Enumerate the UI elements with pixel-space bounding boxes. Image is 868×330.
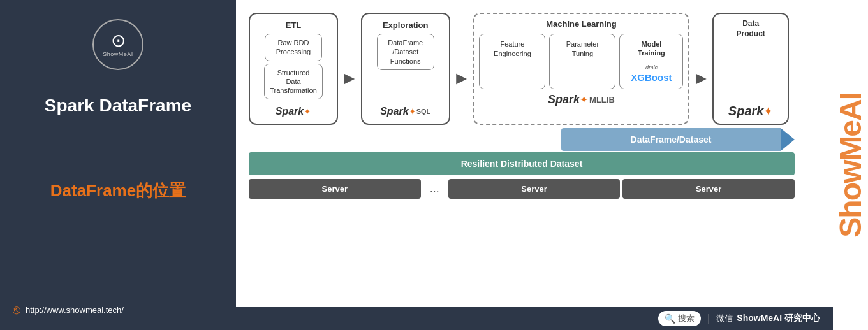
pipeline-row: ETL Raw RDDProcessing StructuredDataTran… — [249, 13, 830, 128]
exploration-spark-logo: Spark ✦ SQL — [380, 102, 430, 117]
etl-spark-name: Spark — [276, 106, 304, 117]
etl-spark-logo: Spark ✦ — [276, 102, 311, 117]
arrow-2-shape: ► — [453, 68, 471, 89]
arrow-1-shape: ► — [341, 68, 358, 89]
ml-spark-star: ✦ — [580, 94, 588, 106]
dataframe-layer-text: DataFrame/Dataset — [631, 134, 712, 145]
server-3: Server — [622, 179, 795, 199]
sidebar-title: Spark DataFrame — [45, 96, 191, 116]
wechat-label: 微信 — [716, 313, 733, 324]
ml-feature-box: FeatureEngineering — [479, 34, 545, 89]
website-icon: ⎋ — [13, 303, 20, 317]
ml-spark-row: Spark ✦ MLLIB — [479, 93, 683, 106]
search-label: 搜索 — [678, 313, 695, 324]
watermark-text: ShowMeAI — [833, 93, 868, 238]
logo: ⊙ ShowMeAI — [92, 19, 143, 70]
watermark: ShowMeAI — [833, 0, 868, 330]
etl-title: ETL — [286, 20, 302, 30]
bottom-layers: DataFrame/Dataset Resilient Distributed … — [249, 128, 830, 199]
arrow-3: ► — [689, 32, 712, 125]
dataframe-arrow — [781, 128, 795, 151]
rdd-layer-text: Resilient Distributed Dataset — [461, 159, 583, 169]
search-bar: 🔍 搜索 — [658, 311, 701, 326]
exploration-spark-name: Spark — [380, 106, 408, 117]
logo-label: ShowMeAI — [103, 51, 133, 57]
server-2: Server — [448, 179, 621, 199]
brand-text: ShowMeAI 研究中心 — [737, 313, 820, 324]
ml-param-box: ParameterTuning — [549, 34, 615, 89]
server-row: Server ... Server Server — [249, 179, 795, 199]
ml-stage: Machine Learning FeatureEngineering Para… — [473, 13, 689, 125]
data-product-spark-star: ✦ — [763, 104, 773, 118]
exploration-box-1: DataFrame/DatasetFunctions — [377, 34, 434, 70]
exploration-stage: Exploration DataFrame/DatasetFunctions S… — [361, 13, 450, 125]
main-content: ShowMeAI ETL Raw RDDProcessing Structure… — [236, 0, 868, 330]
etl-stage: ETL Raw RDDProcessing StructuredDataTran… — [249, 13, 338, 125]
divider: | — [707, 313, 710, 324]
arrow-2: ► — [450, 32, 473, 125]
data-product-spark-logo: Spark ✦ — [728, 100, 774, 118]
exploration-spark-sub: SQL — [416, 108, 431, 115]
website-row: ⎋ http://www.showmeai.tech/ — [13, 303, 124, 317]
server-dots: ... — [423, 179, 446, 199]
arrow-1: ► — [338, 32, 361, 125]
model-training-box: ModelTraining dmlc XGBoost — [619, 34, 683, 89]
website-link[interactable]: http://www.showmeai.tech/ — [26, 305, 124, 315]
data-product-stage: DataProduct Spark ✦ — [712, 13, 789, 125]
etl-box-1: Raw RDDProcessing — [265, 34, 322, 61]
xgboost-name: XGBoost — [631, 72, 672, 83]
etl-box-2: StructuredDataTransformation — [264, 64, 323, 100]
logo-icon: ⊙ — [111, 32, 126, 50]
dataframe-layer-row: DataFrame/Dataset — [561, 128, 795, 151]
search-icon: 🔍 — [665, 313, 675, 324]
dataframe-layer: DataFrame/Dataset — [561, 128, 781, 151]
ml-spark-name: Spark — [548, 93, 580, 106]
data-product-spark-name: Spark — [728, 104, 764, 118]
data-product-title: DataProduct — [736, 19, 765, 39]
ml-spark-sub: MLLIB — [589, 95, 615, 104]
server-1: Server — [249, 179, 421, 199]
exploration-spark-star: ✦ — [409, 106, 416, 117]
etl-spark-star: ✦ — [304, 106, 311, 117]
bottom-bar: 🔍 搜索 | 微信 ShowMeAI 研究中心 — [236, 307, 833, 330]
xgboost-dmlc: dmlc — [645, 64, 658, 71]
sidebar: ⊙ ShowMeAI Spark DataFrame DataFrame的位置 … — [0, 0, 236, 330]
ml-inner-row: FeatureEngineering ParameterTuning Model… — [479, 34, 683, 89]
ml-title: Machine Learning — [479, 19, 683, 29]
model-training-title: ModelTraining — [626, 39, 676, 58]
sidebar-subtitle: DataFrame的位置 — [50, 180, 186, 202]
exploration-title: Exploration — [383, 20, 429, 30]
rdd-layer: Resilient Distributed Dataset — [249, 152, 795, 175]
arrow-3-shape: ► — [692, 68, 710, 89]
